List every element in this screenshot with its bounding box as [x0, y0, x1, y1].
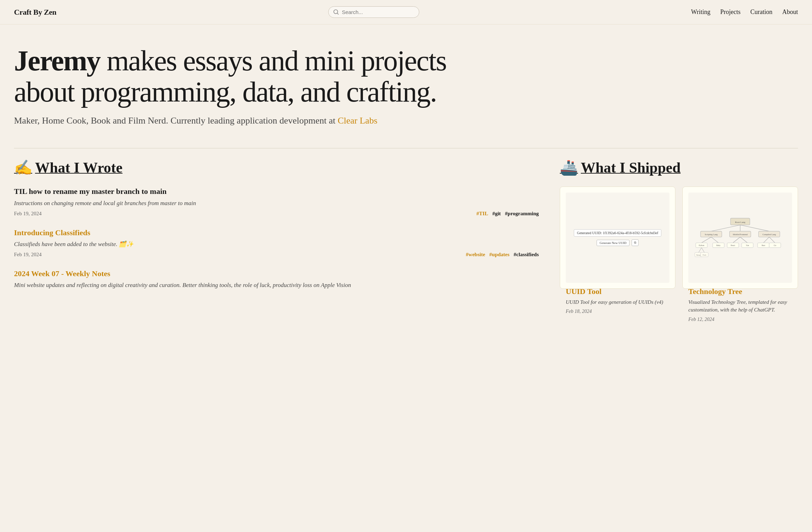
uuid-btn-row: Generate New UUID ⧉: [597, 239, 639, 246]
nav-link-writing[interactable]: Writing: [691, 8, 710, 16]
wrote-section-title: ✍️ What I Wrote: [14, 159, 539, 176]
hero-subtitle-link[interactable]: Clear Labs: [338, 115, 377, 126]
techtree-svg: Root Lang Scripting Lang Mobile/Frontend…: [692, 196, 789, 279]
svg-line-4: [740, 225, 769, 231]
svg-text:Rust: Rust: [762, 245, 765, 247]
wrote-column: ✍️ What I Wrote TIL how to rename my mas…: [14, 159, 560, 301]
tag-til[interactable]: #TIL: [476, 211, 488, 217]
svg-text:Python: Python: [699, 245, 704, 247]
svg-line-15: [763, 237, 769, 243]
svg-text:Ruby: Ruby: [716, 245, 721, 247]
shipped-card-name-techtree: Technology Tree: [688, 287, 792, 296]
hero-title-bold: Jeremy: [14, 45, 100, 77]
svg-text:Vue: Vue: [746, 245, 749, 247]
wrote-item-desc-1: Instructions on changing remote and loca…: [14, 199, 539, 208]
hero-subtitle: Maker, Home Cook, Book and Film Nerd. Cu…: [14, 114, 476, 127]
svg-line-13: [733, 237, 740, 243]
wrote-item-link-1[interactable]: TIL how to rename my master branch to ma…: [14, 187, 167, 196]
wrote-item-2: Introducing Classifieds Classifieds have…: [14, 228, 539, 258]
shipped-card-desc-techtree: Visualized Technology Tree, templated fo…: [688, 298, 792, 314]
search-icon: [333, 9, 339, 15]
wrote-item-date-2: Feb 19, 2024: [14, 252, 42, 258]
uuid-preview: Generated UUID: 1f1392a6-624a-4f18-b592-…: [566, 192, 669, 282]
tag-programming[interactable]: #programming: [505, 211, 539, 217]
tag-classifieds[interactable]: #classifieds: [514, 252, 539, 258]
shipped-card-date-uuid: Feb 18, 2024: [566, 309, 669, 314]
nav-link-about[interactable]: About: [782, 8, 798, 16]
svg-line-2: [711, 225, 740, 231]
svg-line-14: [740, 237, 748, 243]
wrote-emoji: ✍️: [14, 159, 32, 176]
section-divider: [14, 148, 798, 148]
uuid-generate-btn[interactable]: Generate New UUID: [597, 240, 629, 246]
tag-website[interactable]: #website: [466, 252, 485, 258]
svg-line-16: [769, 237, 775, 243]
site-logo[interactable]: Craft By Zen: [14, 8, 56, 17]
hero-section: Jeremy makes essays and mini projects ab…: [0, 24, 490, 138]
svg-line-12: [711, 237, 718, 243]
svg-text:Go: Go: [774, 245, 776, 247]
shipped-column: 🚢 What I Shipped Generated UUID: 1f1392a…: [560, 159, 798, 301]
uuid-output-field: Generated UUID: 1f1392a6-624a-4f18-b592-…: [574, 229, 661, 237]
hero-subtitle-text: Maker, Home Cook, Book and Film Nerd. Cu…: [14, 115, 338, 126]
shipped-title-text: What I Shipped: [581, 159, 681, 176]
search-input[interactable]: [342, 9, 414, 15]
shipped-card-techtree[interactable]: Root Lang Scripting Lang Mobile/Frontend…: [682, 187, 798, 288]
wrote-item-desc-2: Classifieds have been added to the websi…: [14, 240, 539, 249]
wrote-title-text: What I Wrote: [35, 159, 123, 176]
shipped-section-title: 🚢 What I Shipped: [560, 159, 798, 176]
tag-git[interactable]: #git: [492, 211, 501, 217]
svg-line-30: [702, 248, 704, 253]
svg-text:React: React: [731, 245, 735, 247]
wrote-item-link-3[interactable]: 2024 Week 07 - Weekly Notes: [14, 269, 539, 279]
wrote-item-tags-2: #website #updates #classifieds: [466, 252, 539, 258]
wrote-item: TIL how to rename my master branch to ma…: [14, 187, 539, 216]
svg-text:Flask: Flask: [703, 254, 707, 256]
wrote-item-title-1: TIL how to rename my master branch to ma…: [14, 187, 539, 197]
svg-text:Root Lang: Root Lang: [735, 221, 745, 224]
wrote-item-desc-3: Mini website updates and reflecting on d…: [14, 281, 539, 290]
techtree-preview: Root Lang Scripting Lang Mobile/Frontend…: [688, 192, 792, 282]
nav-link-projects[interactable]: Projects: [720, 8, 741, 16]
hero-title: Jeremy makes essays and mini projects ab…: [14, 46, 476, 107]
wrote-item-link-2[interactable]: Introducing Classifieds: [14, 228, 539, 238]
tag-updates[interactable]: #updates: [489, 252, 510, 258]
search-bar: [328, 6, 419, 18]
nav-links: Writing Projects Curation About: [691, 8, 798, 16]
main-content: ✍️ What I Wrote TIL how to rename my mas…: [0, 159, 812, 301]
shipped-emoji: 🚢: [560, 159, 578, 176]
shipped-card-date-techtree: Feb 12, 2024: [688, 317, 792, 322]
shipped-card-uuid[interactable]: Generated UUID: 1f1392a6-624a-4f18-b592-…: [560, 187, 675, 288]
nav-link-curation[interactable]: Curation: [750, 8, 772, 16]
wrote-item-3: 2024 Week 07 - Weekly Notes Mini website…: [14, 269, 539, 290]
svg-text:Mobile/Frontend: Mobile/Frontend: [733, 233, 748, 236]
svg-text:Scripting Lang: Scripting Lang: [705, 233, 718, 236]
navbar: Craft By Zen Writing Projects Curation A…: [0, 0, 812, 24]
wrote-item-meta-2: Feb 19, 2024 #website #updates #classifi…: [14, 252, 539, 258]
svg-text:Compiled Lang: Compiled Lang: [762, 233, 776, 236]
shipped-card-desc-uuid: UUID Tool for easy generation of UUIDs (…: [566, 298, 669, 306]
nav-center: [328, 6, 419, 18]
svg-line-29: [699, 248, 701, 253]
shipped-card-name-uuid: UUID Tool: [566, 287, 669, 296]
uuid-copy-btn[interactable]: ⧉: [632, 239, 639, 246]
shipped-cards-container: Generated UUID: 1f1392a6-624a-4f18-b592-…: [560, 187, 798, 288]
wrote-item-meta-1: Feb 19, 2024 #TIL #git #programming: [14, 211, 539, 217]
wrote-item-date-1: Feb 19, 2024: [14, 211, 42, 217]
svg-line-11: [702, 237, 711, 243]
wrote-item-tags-1: #TIL #git #programming: [476, 211, 539, 217]
